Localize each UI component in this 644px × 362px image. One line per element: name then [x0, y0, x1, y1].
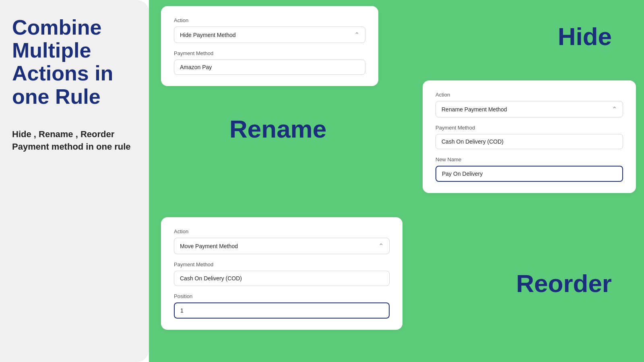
rename-action-chevron: ⌃: [612, 105, 617, 113]
rename-action-value: Rename Payment Method: [442, 106, 507, 113]
reorder-label: Reorder: [516, 269, 612, 298]
hide-action-chevron: ⌃: [354, 31, 359, 39]
rename-newname-input[interactable]: [436, 166, 623, 182]
card-move: Action Move Payment Method ⌃ Payment Met…: [161, 217, 402, 330]
hide-payment-input[interactable]: [174, 60, 365, 75]
move-payment-field: Payment Method: [174, 261, 390, 286]
move-action-chevron: ⌃: [378, 242, 384, 250]
hide-payment-field: Payment Method: [174, 50, 365, 75]
card-hide: Action Hide Payment Method ⌃ Payment Met…: [161, 6, 378, 86]
move-position-label: Position: [174, 293, 390, 299]
main-title: Combine Multiple Actions in one Rule: [12, 16, 137, 108]
hide-action-select[interactable]: Hide Payment Method ⌃: [174, 27, 365, 43]
rename-label: Rename: [229, 115, 326, 143]
hide-payment-label: Payment Method: [174, 50, 365, 56]
move-position-field: Position: [174, 293, 390, 319]
rename-payment-input[interactable]: [436, 134, 623, 149]
rename-action-label: Action: [436, 92, 623, 98]
move-action-value: Move Payment Method: [180, 243, 238, 249]
move-payment-label: Payment Method: [174, 261, 390, 267]
rename-payment-field: Payment Method: [436, 125, 623, 149]
hide-label: Hide: [558, 22, 612, 51]
move-action-label: Action: [174, 228, 390, 234]
hide-action-value: Hide Payment Method: [180, 32, 236, 38]
move-position-input[interactable]: [174, 302, 390, 319]
rename-payment-label: Payment Method: [436, 125, 623, 131]
right-panel: Hide Action Hide Payment Method ⌃ Paymen…: [149, 0, 644, 362]
move-payment-input[interactable]: [174, 271, 390, 286]
card-rename: Action Rename Payment Method ⌃ Payment M…: [423, 80, 636, 193]
rename-newname-field: New Name: [436, 156, 623, 182]
hide-action-label: Action: [174, 17, 365, 23]
rename-newname-label: New Name: [436, 156, 623, 162]
left-panel: Combine Multiple Actions in one Rule Hid…: [0, 0, 149, 362]
move-action-select[interactable]: Move Payment Method ⌃: [174, 238, 390, 254]
subtitle: Hide , Rename , Reorder Payment method i…: [12, 128, 137, 153]
rename-action-select[interactable]: Rename Payment Method ⌃: [436, 101, 623, 117]
